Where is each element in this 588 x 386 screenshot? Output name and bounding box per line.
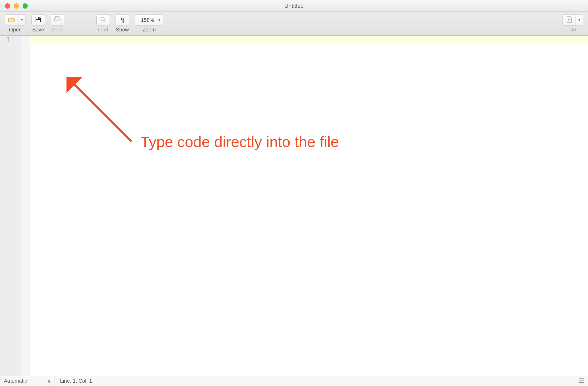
svg-point-6 — [101, 17, 104, 21]
save-button[interactable] — [31, 14, 45, 26]
print-group: Print — [51, 14, 64, 33]
search-icon — [100, 16, 106, 24]
save-group: Save — [31, 14, 45, 33]
current-line-highlight — [30, 36, 588, 44]
svg-rect-0 — [36, 17, 39, 19]
chevron-down-icon: ▼ — [158, 18, 161, 22]
do-button[interactable] — [562, 14, 576, 26]
wrap-ruler — [502, 36, 502, 376]
editor-wrap: 1 Type code directly into the file — [0, 36, 588, 376]
svg-rect-4 — [55, 18, 60, 21]
stepper-icon: ▲▼ — [47, 379, 51, 383]
line-number: 1 — [0, 36, 11, 44]
print-label: Print — [52, 27, 63, 33]
svg-rect-1 — [38, 17, 39, 19]
open-recent-dropdown[interactable]: ▼ — [18, 14, 26, 26]
zoom-value: 158% — [137, 17, 158, 23]
find-button[interactable] — [96, 14, 110, 26]
statusbar: Automatic ▲▼ Line: 1, Col: 1 — [0, 376, 588, 386]
folder-open-icon — [8, 17, 15, 24]
show-label: Show — [116, 27, 129, 33]
zoom-group: 158% ▼ Zoom — [135, 14, 163, 33]
show-group: ¶ Show — [116, 14, 129, 33]
language-value: Automatic — [4, 378, 27, 384]
svg-line-7 — [104, 20, 106, 22]
svg-rect-2 — [36, 20, 40, 22]
toolbar: ▼ Open — [0, 12, 588, 36]
cursor-position: Line: 1, Col: 1 — [55, 378, 575, 384]
pilcrow-icon: ¶ — [121, 16, 124, 24]
open-label: Open — [9, 27, 22, 33]
printer-icon — [54, 16, 61, 24]
find-label: Find — [98, 27, 108, 33]
open-button[interactable] — [5, 14, 18, 26]
window-title: Untitled — [0, 3, 588, 9]
do-group: ▼ Do — [562, 14, 583, 33]
editor-window: Untitled ▼ — [0, 0, 588, 386]
show-button[interactable]: ¶ — [116, 14, 129, 26]
do-label: Do — [569, 27, 576, 33]
find-group: Find — [96, 14, 110, 33]
chevron-down-icon: ▼ — [21, 18, 24, 22]
save-label: Save — [32, 27, 44, 33]
language-selector[interactable]: Automatic ▲▼ — [0, 376, 55, 386]
play-file-icon — [566, 16, 572, 24]
text-editor[interactable] — [30, 36, 588, 376]
floppy-disk-icon — [35, 16, 41, 24]
open-group: ▼ Open — [5, 14, 26, 33]
zoom-dropdown[interactable]: 158% ▼ — [135, 14, 163, 26]
do-dropdown[interactable]: ▼ — [576, 14, 583, 26]
layout-split-icon — [579, 378, 584, 384]
fold-gutter — [21, 36, 30, 376]
titlebar: Untitled — [0, 0, 588, 12]
print-button[interactable] — [51, 14, 64, 26]
zoom-label: Zoom — [142, 27, 156, 33]
chevron-down-icon: ▼ — [578, 18, 581, 22]
panel-toggle-button[interactable] — [575, 376, 588, 386]
line-number-gutter: 1 — [0, 36, 21, 376]
